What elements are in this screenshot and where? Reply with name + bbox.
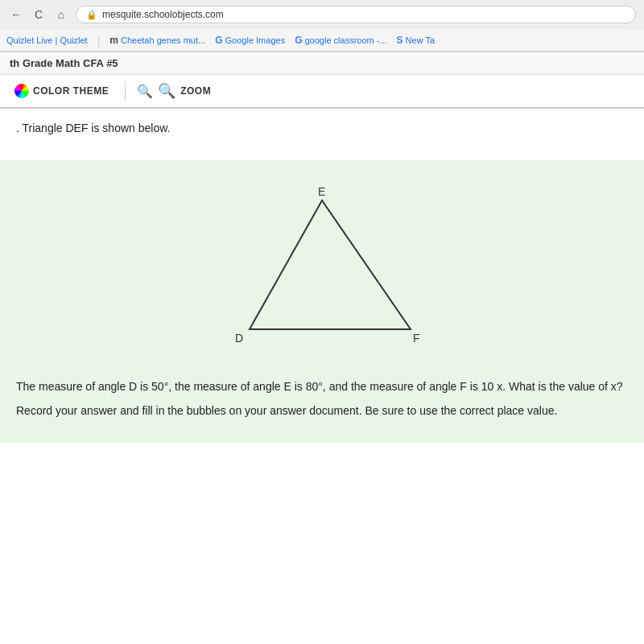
bookmark-label: Google Images bbox=[225, 35, 286, 45]
zoom-out-icon[interactable]: 🔍 bbox=[137, 84, 153, 99]
zoom-label: ZOOM bbox=[180, 85, 211, 97]
palette-icon bbox=[14, 84, 29, 98]
browser-chrome: ← C ⌂ 🔒 mesquite.schoolobjects.com Quizl… bbox=[0, 0, 644, 52]
google-icon-2: G bbox=[295, 35, 302, 46]
question-area: E D F The measure of angle D is 50°, the… bbox=[0, 160, 644, 443]
page-content: th Grade Math CFA #5 COLOR THEME 🔍 🔍 ZOO… bbox=[0, 52, 644, 644]
zoom-in-icon[interactable]: 🔍 bbox=[158, 82, 175, 100]
new-tab-icon: S bbox=[397, 35, 403, 46]
page-header: th Grade Math CFA #5 bbox=[0, 52, 644, 75]
lock-icon: 🔒 bbox=[86, 10, 97, 20]
browser-toolbar: ← C ⌂ 🔒 mesquite.schoolobjects.com bbox=[0, 0, 644, 29]
bookmark-label: google classroom -... bbox=[304, 35, 386, 45]
url-text: mesquite.schoolobjects.com bbox=[102, 9, 224, 20]
bookmark-quizlet[interactable]: Quizlet Live | Quizlet bbox=[6, 35, 88, 45]
bookmark-label: Quizlet Live | Quizlet bbox=[6, 35, 88, 45]
question-body: The measure of angle D is 50°, the measu… bbox=[16, 378, 628, 395]
triangle-container: E D F bbox=[16, 184, 628, 361]
cheetah-icon: m bbox=[109, 35, 118, 46]
question-intro: . Triangle DEF is shown below. bbox=[16, 122, 628, 134]
bookmark-cheetah[interactable]: m Cheetah genes mut... bbox=[109, 35, 205, 46]
triangle-diagram: E D F bbox=[201, 184, 443, 361]
svg-marker-0 bbox=[250, 200, 411, 329]
google-icon-1: G bbox=[215, 35, 222, 46]
page-title: th Grade Math CFA #5 bbox=[10, 57, 118, 69]
color-theme-label: COLOR THEME bbox=[33, 85, 109, 97]
bookmark-google-images[interactable]: G Google Images bbox=[215, 35, 285, 46]
svg-text:F: F bbox=[413, 332, 420, 345]
back-button[interactable]: ← bbox=[8, 6, 24, 23]
svg-text:D: D bbox=[235, 332, 243, 345]
zoom-area: 🔍 🔍 ZOOM bbox=[137, 82, 211, 100]
svg-text:E: E bbox=[318, 185, 325, 198]
bookmark-separator-1: | bbox=[97, 34, 101, 47]
bookmark-google-classroom[interactable]: G google classroom -... bbox=[295, 35, 386, 46]
home-button[interactable]: ⌂ bbox=[53, 6, 69, 23]
question-section: . Triangle DEF is shown below. bbox=[0, 109, 644, 160]
bookmark-new-tab[interactable]: S New Ta bbox=[397, 35, 436, 46]
reload-button[interactable]: C bbox=[31, 6, 47, 23]
toolbar-row: COLOR THEME 🔍 🔍 ZOOM bbox=[0, 75, 644, 109]
toolbar-divider bbox=[125, 81, 126, 101]
bookmarks-bar: Quizlet Live | Quizlet | m Cheetah genes… bbox=[0, 29, 644, 52]
address-bar[interactable]: 🔒 mesquite.schoolobjects.com bbox=[76, 6, 636, 23]
bookmark-label: Cheetah genes mut... bbox=[121, 35, 205, 45]
color-theme-button[interactable]: COLOR THEME bbox=[10, 81, 114, 101]
question-instruction: Record your answer and fill in the bubbl… bbox=[16, 402, 628, 419]
bookmark-label: New Ta bbox=[406, 35, 435, 45]
